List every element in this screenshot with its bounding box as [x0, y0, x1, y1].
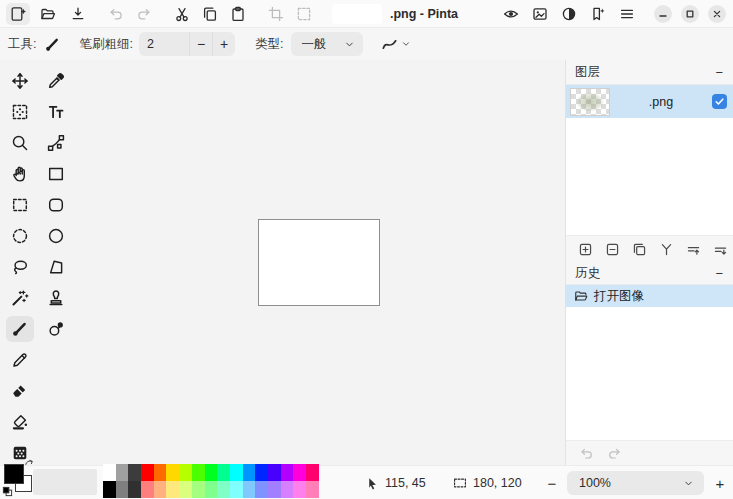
palette-swatch[interactable] — [192, 481, 205, 498]
adjustments-menu-button[interactable] — [557, 3, 581, 25]
palette-swatch[interactable] — [128, 464, 141, 481]
history-collapse-button[interactable]: − — [715, 267, 723, 280]
palette-swatch[interactable] — [306, 464, 319, 481]
reset-colors-icon[interactable] — [2, 486, 13, 497]
maximize-button[interactable] — [681, 5, 699, 23]
palette-swatch[interactable] — [154, 481, 167, 498]
lasso-select-tool[interactable] — [6, 254, 34, 280]
palette-swatch[interactable] — [166, 464, 179, 481]
palette-swatch[interactable] — [128, 481, 141, 498]
line-curve-tool[interactable] — [42, 130, 70, 156]
zoom-tool[interactable] — [6, 130, 34, 156]
palette-swatch[interactable] — [243, 481, 256, 498]
move-selection-tool[interactable] — [6, 99, 34, 125]
zoom-level-dropdown[interactable]: 100% — [567, 471, 704, 495]
palette-swatch[interactable] — [243, 464, 256, 481]
history-item[interactable]: 打开图像 — [566, 285, 733, 307]
palette-swatch[interactable] — [281, 481, 294, 498]
palette-swatch[interactable] — [166, 481, 179, 498]
minimize-button[interactable] — [654, 5, 672, 23]
main-menu-button[interactable] — [615, 3, 639, 25]
color-picker-tool[interactable] — [42, 68, 70, 94]
open-image-button[interactable] — [36, 3, 60, 25]
copy-button[interactable] — [198, 3, 222, 25]
undo-button[interactable] — [104, 3, 128, 25]
brush-width-value[interactable]: 2 — [139, 37, 189, 51]
paint-bucket-tool[interactable] — [6, 409, 34, 435]
recently-used-colors[interactable] — [33, 469, 97, 495]
ellipse-tool[interactable] — [42, 223, 70, 249]
text-tool[interactable] — [42, 99, 70, 125]
palette-swatch[interactable] — [217, 481, 230, 498]
merge-layer-down-icon[interactable] — [659, 242, 674, 257]
add-layer-icon[interactable] — [578, 242, 593, 257]
close-button[interactable] — [708, 5, 726, 23]
deselect-button[interactable] — [292, 3, 316, 25]
palette-swatch[interactable] — [141, 464, 154, 481]
layers-collapse-button[interactable]: − — [715, 66, 723, 79]
image-menu-button[interactable] — [528, 3, 552, 25]
palette-swatch[interactable] — [268, 464, 281, 481]
move-selected-tool[interactable] — [6, 68, 34, 94]
view-menu-button[interactable] — [499, 3, 523, 25]
clone-stamp-tool[interactable] — [42, 285, 70, 311]
delete-layer-icon[interactable] — [605, 242, 620, 257]
palette-swatch[interactable] — [217, 464, 230, 481]
history-undo-icon[interactable] — [579, 446, 594, 461]
palette-swatch[interactable] — [116, 464, 129, 481]
effects-menu-button[interactable] — [586, 3, 610, 25]
history-panel-header: 历史 − — [566, 263, 733, 284]
cut-button[interactable] — [170, 3, 194, 25]
pan-tool[interactable] — [6, 161, 34, 187]
paste-button[interactable] — [226, 3, 250, 25]
primary-color-swatch[interactable] — [4, 464, 24, 484]
lower-layer-icon[interactable] — [713, 242, 728, 257]
palette-swatch[interactable] — [179, 481, 192, 498]
palette-swatch[interactable] — [103, 481, 116, 498]
ellipse-select-tool[interactable] — [6, 223, 34, 249]
layer-row[interactable]: .png — [566, 85, 733, 118]
palette-swatch[interactable] — [281, 464, 294, 481]
stroke-style-dropdown[interactable] — [377, 32, 415, 56]
palette-swatch[interactable] — [154, 464, 167, 481]
palette-swatch[interactable] — [293, 464, 306, 481]
paintbrush-tool[interactable] — [6, 316, 34, 342]
raise-layer-icon[interactable] — [686, 242, 701, 257]
palette-swatch[interactable] — [141, 481, 154, 498]
canvas[interactable] — [258, 219, 380, 306]
eraser-tool[interactable] — [6, 378, 34, 404]
palette-swatch[interactable] — [255, 481, 268, 498]
brush-width-increase-button[interactable]: + — [212, 32, 235, 56]
brush-width-decrease-button[interactable]: − — [189, 32, 212, 56]
palette-swatch[interactable] — [116, 481, 129, 498]
new-image-button[interactable] — [6, 3, 30, 25]
palette-swatch[interactable] — [205, 464, 218, 481]
palette-swatch[interactable] — [103, 464, 116, 481]
freeform-shape-tool[interactable] — [42, 254, 70, 280]
palette-swatch[interactable] — [293, 481, 306, 498]
rectangle-select-tool[interactable] — [6, 192, 34, 218]
rectangle-tool[interactable] — [42, 161, 70, 187]
rounded-rectangle-tool[interactable] — [42, 192, 70, 218]
palette-swatch[interactable] — [306, 481, 319, 498]
zoom-out-button[interactable]: − — [540, 471, 564, 495]
crop-to-selection-button[interactable] — [264, 3, 288, 25]
palette-swatch[interactable] — [230, 481, 243, 498]
recolor-tool[interactable] — [42, 316, 70, 342]
palette-swatch[interactable] — [179, 464, 192, 481]
palette-swatch[interactable] — [268, 481, 281, 498]
zoom-in-button[interactable]: + — [708, 471, 732, 495]
magic-wand-tool[interactable] — [6, 285, 34, 311]
redo-button[interactable] — [132, 3, 156, 25]
document-name-field[interactable] — [332, 4, 382, 24]
pencil-tool[interactable] — [6, 347, 34, 373]
duplicate-layer-icon[interactable] — [632, 242, 647, 257]
layer-visibility-checkbox[interactable] — [712, 94, 727, 109]
palette-swatch[interactable] — [192, 464, 205, 481]
palette-swatch[interactable] — [230, 464, 243, 481]
palette-swatch[interactable] — [205, 481, 218, 498]
save-button[interactable] — [66, 3, 90, 25]
history-redo-icon[interactable] — [607, 446, 622, 461]
palette-swatch[interactable] — [255, 464, 268, 481]
brush-type-dropdown[interactable]: 一般 — [291, 32, 363, 56]
